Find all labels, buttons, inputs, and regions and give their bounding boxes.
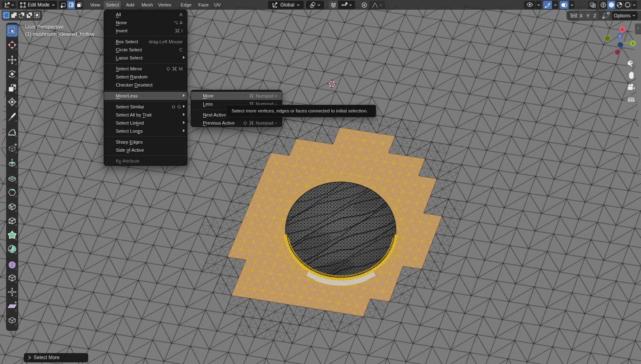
svg-text:Y: Y — [632, 42, 634, 46]
svg-text:X: X — [621, 28, 624, 32]
svg-text:Z: Z — [619, 34, 621, 38]
